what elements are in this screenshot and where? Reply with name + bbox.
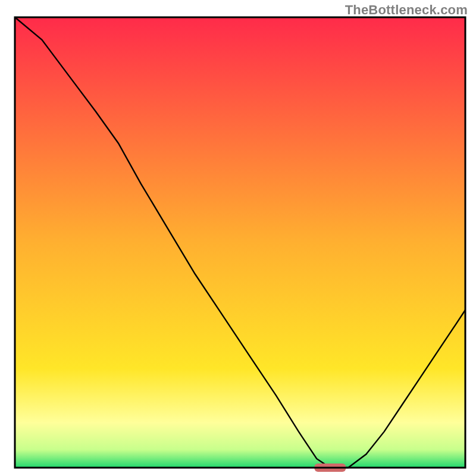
bottleneck-chart — [0, 0, 476, 476]
plot-background — [15, 17, 465, 468]
